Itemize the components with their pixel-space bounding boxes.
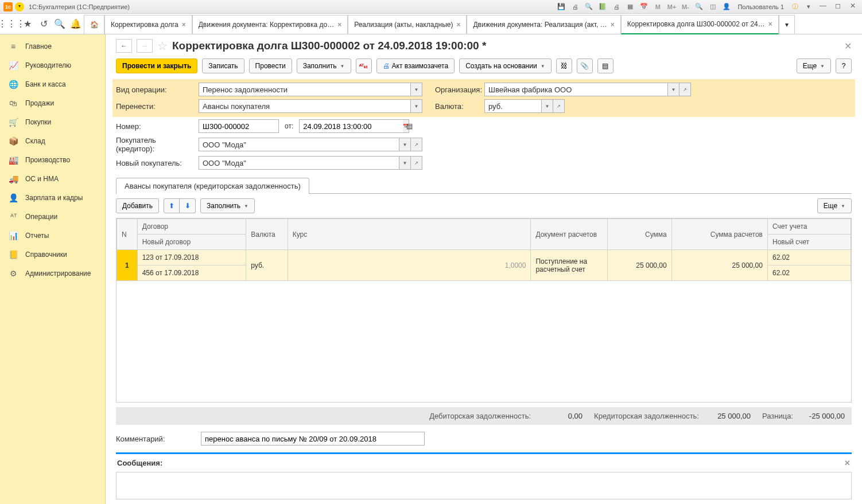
col-account[interactable]: Счет учета (767, 219, 851, 235)
tab-1[interactable]: Движения документа: Корректировка до… × (192, 15, 348, 34)
sidebar-item-assets[interactable]: 🚚ОС и НМА (0, 169, 105, 188)
preview-icon[interactable]: 🔍 (584, 2, 594, 12)
date-input[interactable] (299, 119, 403, 133)
cell-contract[interactable]: 123 от 17.09.2018 (137, 250, 246, 265)
favorite-icon[interactable]: ★ (20, 16, 36, 32)
new-buyer-select[interactable]: ООО "Мода" (199, 156, 399, 170)
number-input[interactable] (199, 119, 279, 133)
write-button[interactable]: Записать (202, 58, 244, 73)
fill-table-button[interactable]: Заполнить▼ (200, 198, 255, 213)
open-icon[interactable]: ↗ (553, 99, 565, 113)
more-button[interactable]: Еще▼ (797, 58, 831, 73)
menu-down-icon[interactable]: ▾ (803, 2, 814, 12)
table-icon[interactable]: ▦ (625, 2, 635, 12)
currency-select[interactable]: руб. (484, 99, 542, 113)
org-select[interactable]: Швейная фабрика ООО (484, 83, 668, 96)
sidebar-item-main[interactable]: ≡Главное (0, 37, 105, 56)
tab-advances[interactable]: Авансы покупателя (кредиторская задолжен… (116, 178, 309, 194)
favorite-star-icon[interactable]: ☆ (157, 39, 168, 53)
close-icon[interactable]: × (611, 21, 615, 29)
post-close-button[interactable]: Провести и закрыть (116, 58, 197, 73)
close-icon[interactable]: × (456, 21, 460, 29)
history-icon[interactable]: ↺ (36, 16, 52, 32)
sidebar-item-bank[interactable]: 🌐Банк и касса (0, 75, 105, 93)
bell-icon[interactable]: 🔔 (68, 16, 84, 32)
cell-new-account[interactable]: 62.02 (767, 265, 851, 281)
sidebar-item-operations[interactable]: ᴬᵀОперации (0, 207, 105, 226)
app-dropdown-icon[interactable]: ▾ (15, 2, 24, 11)
close-icon[interactable]: × (182, 21, 186, 29)
comment-input[interactable] (201, 432, 425, 446)
open-icon[interactable]: ↗ (411, 138, 422, 151)
dropdown-icon[interactable]: ▼ (399, 156, 411, 170)
fill-button[interactable]: Заполнить▼ (297, 58, 351, 73)
cell-sum-calc[interactable]: 25 000,00 (671, 250, 767, 281)
sidebar-item-references[interactable]: 📒Справочники (0, 245, 105, 264)
info-icon[interactable]: ⓘ (790, 2, 800, 12)
op-type-select[interactable]: Перенос задолженности (199, 83, 411, 96)
sidebar-item-production[interactable]: 🏭Производство (0, 150, 105, 169)
sidebar-item-sales[interactable]: 🛍Продажи (0, 93, 105, 112)
post-button[interactable]: Провести (249, 58, 292, 73)
cell-new-contract[interactable]: 456 от 17.09.2018 (137, 265, 246, 281)
dropdown-icon[interactable]: ▼ (411, 99, 422, 113)
apps-icon[interactable]: ⋮⋮⋮ (3, 16, 20, 32)
windows-icon[interactable]: ◫ (708, 2, 718, 12)
dropdown-icon[interactable]: ▼ (399, 138, 411, 151)
open-icon[interactable]: ↗ (679, 83, 691, 96)
calendar-icon[interactable]: 📅 (639, 2, 649, 12)
col-sum[interactable]: Сумма (608, 219, 672, 250)
col-new-account[interactable]: Новый счет (767, 235, 851, 250)
close-doc-button[interactable]: ✕ (844, 41, 852, 52)
dropdown-icon[interactable]: ▼ (668, 83, 679, 96)
help-button[interactable]: ? (836, 58, 852, 73)
close-messages-button[interactable]: ✕ (844, 459, 851, 467)
forward-button[interactable]: → (137, 39, 153, 53)
create-based-button[interactable]: Создать на основании▼ (459, 58, 551, 73)
close-icon[interactable]: × (768, 20, 772, 28)
search-icon[interactable]: 🔍 (52, 16, 68, 32)
tab-0[interactable]: Корректировка долга × (104, 15, 192, 34)
tab-more-button[interactable]: ▾ (779, 15, 795, 34)
cell-account[interactable]: 62.02 (767, 250, 851, 265)
sidebar-item-purchases[interactable]: 🛒Покупки (0, 112, 105, 131)
transfer-select[interactable]: Авансы покупателя (199, 99, 411, 113)
sidebar-item-salary[interactable]: 👤Зарплата и кадры (0, 188, 105, 207)
link-icon[interactable]: ⛓ (556, 58, 572, 73)
col-new-contract[interactable]: Новый договор (137, 235, 246, 250)
cell-rate[interactable]: 1,0000 (288, 250, 531, 281)
cell-sum[interactable]: 25 000,00 (608, 250, 672, 281)
dropdown-icon[interactable]: ▼ (542, 99, 553, 113)
act-button[interactable]: 🖨Акт взаимозачета (376, 58, 455, 73)
list-icon[interactable]: ▤ (597, 58, 614, 73)
col-n[interactable]: N (117, 219, 138, 250)
sidebar-item-admin[interactable]: ⚙Администрирование (0, 264, 105, 283)
cell-currency[interactable]: руб. (246, 250, 288, 281)
col-doc[interactable]: Документ расчетов (531, 219, 608, 250)
print2-icon[interactable]: 🖨 (611, 2, 622, 12)
m-icon[interactable]: M (653, 2, 663, 12)
user-icon[interactable]: 👤 (721, 2, 732, 12)
buyer-select[interactable]: ООО "Мода" (199, 138, 399, 151)
dropdown-icon[interactable]: ▼ (411, 83, 422, 96)
sidebar-item-warehouse[interactable]: 📦Склад (0, 131, 105, 150)
tab-4[interactable]: Корректировка долга Ш300-000002 от 24… × (621, 15, 779, 34)
m-minus-icon[interactable]: M- (680, 2, 690, 12)
col-sum-calc[interactable]: Сумма расчетов (671, 219, 767, 250)
open-icon[interactable]: ↗ (411, 156, 422, 170)
home-tab[interactable]: 🏠 (84, 15, 104, 34)
tab-2[interactable]: Реализация (акты, накладные) × (348, 15, 467, 34)
cell-doc[interactable]: Поступление на расчетный счет (531, 250, 608, 281)
close-button[interactable]: ✕ (847, 2, 859, 12)
table-more-button[interactable]: Еще▼ (817, 198, 852, 213)
zoom-icon[interactable]: 🔍 (694, 2, 704, 12)
m-plus-icon[interactable]: M+ (666, 2, 677, 12)
col-currency[interactable]: Валюта (246, 219, 288, 250)
table-row[interactable]: 1 123 от 17.09.2018 руб. 1,0000 Поступле… (117, 250, 851, 265)
print-icon[interactable]: 🖨 (570, 2, 580, 12)
save-icon[interactable]: 💾 (556, 2, 566, 12)
col-rate[interactable]: Курс (288, 219, 531, 250)
close-icon[interactable]: × (337, 21, 341, 29)
sidebar-item-manager[interactable]: 📈Руководителю (0, 56, 105, 75)
move-up-button[interactable]: ⬆ (164, 198, 180, 213)
